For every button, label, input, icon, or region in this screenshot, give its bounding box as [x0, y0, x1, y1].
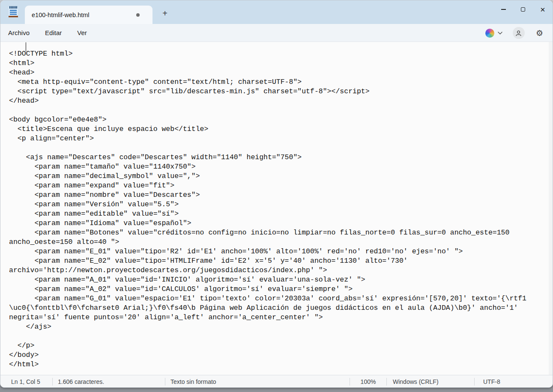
statusbar: Ln 1, Col 5 1.606 caracteres. Texto sin …	[0, 375, 553, 388]
maximize-button[interactable]	[513, 0, 533, 18]
copilot-icon	[485, 29, 494, 38]
minimize-button[interactable]	[493, 0, 513, 18]
code-line[interactable]: \uc0{\fonttbl\f0\fcharset0 Arial;}\f0\fs…	[9, 303, 553, 313]
code-line[interactable]: <script type="text/javascript" src="lib/…	[9, 87, 553, 96]
code-line[interactable]: <param name="A_02" value="id='CALCULOS' …	[9, 285, 553, 294]
code-line[interactable]: <p align="center">	[9, 134, 553, 143]
code-line[interactable]: <param name="decimal_symbol" value=",">	[9, 172, 553, 181]
code-line[interactable]: <param name="tamaño" value="1140x750">	[9, 162, 553, 172]
code-line[interactable]	[9, 106, 553, 115]
code-line[interactable]: <param name="editable" value="sí">	[9, 209, 553, 219]
code-line[interactable]: </p>	[9, 341, 553, 350]
code-line[interactable]: <html>	[9, 59, 553, 68]
copilot-button[interactable]	[483, 27, 505, 39]
code-line[interactable]: <body bgcolor="e0e4e8">	[9, 115, 553, 125]
encoding[interactable]: UTF-8	[475, 378, 500, 385]
new-tab-button[interactable]: +	[158, 8, 171, 19]
titlebar[interactable]: e100-htmlif-web.html + ✕	[0, 0, 553, 24]
maximize-icon	[521, 7, 525, 12]
code-line[interactable]: <ajs name="Descartes" code="Descartes" w…	[9, 153, 553, 162]
code-line[interactable]: </ajs>	[9, 322, 553, 332]
code-line[interactable]: <meta http-equiv="content-type" content=…	[9, 77, 553, 87]
code-line[interactable]: <param name="G_01" value="espacio='E1' t…	[9, 294, 553, 303]
line-ending[interactable]: Windows (CRLF)	[387, 378, 474, 385]
account-button[interactable]	[513, 27, 525, 39]
menu-editar[interactable]: Editar	[37, 26, 69, 40]
code-line[interactable]: </html>	[9, 360, 553, 369]
notepad-window: e100-htmlif-web.html + ✕ Archivo Editar …	[0, 0, 553, 388]
character-count: 1.606 caracteres.	[53, 378, 165, 385]
window-controls: ✕	[493, 0, 553, 18]
zoom-level[interactable]: 100%	[350, 378, 386, 385]
document-format: Texto sin formato	[165, 378, 350, 385]
editor-text: <!DOCTYPE html><html><head> <meta http-e…	[9, 49, 553, 369]
code-line[interactable]: <!DOCTYPE html>	[9, 49, 553, 59]
desktop-backdrop: e100-htmlif-web.html + ✕ Archivo Editar …	[0, 0, 553, 392]
menubar-right: ⚙	[483, 24, 547, 42]
code-line[interactable]: negrita='sí' fuente puntos='20' align='a…	[9, 313, 553, 322]
code-line[interactable]: </body>	[9, 350, 553, 360]
code-line[interactable]: <param name="Botones" value="créditos=no…	[9, 228, 553, 238]
gear-icon: ⚙	[536, 29, 543, 38]
code-line[interactable]	[9, 143, 553, 153]
account-icon	[515, 30, 522, 37]
tab-title: e100-htmlif-web.html	[32, 12, 136, 18]
code-line[interactable]: <head>	[9, 68, 553, 77]
code-line[interactable]: <param name="A_01" value="id='INICIO' al…	[9, 275, 553, 285]
code-line[interactable]: </head>	[9, 96, 553, 106]
code-line[interactable]: <title>Escena que incluye espacio web</t…	[9, 125, 553, 134]
chevron-down-icon	[498, 32, 502, 35]
code-line[interactable]: <param name="Versión" value="5.5">	[9, 200, 553, 209]
text-editor-area[interactable]: <!DOCTYPE html><html><head> <meta http-e…	[0, 42, 553, 375]
code-line[interactable]: <param name="expand" value="fit">	[9, 181, 553, 190]
code-line[interactable]: <param name="Idioma" value="español">	[9, 219, 553, 228]
code-line[interactable]	[9, 332, 553, 341]
code-line[interactable]: ancho_oeste=150 alto=40 ">	[9, 238, 553, 247]
tab-e100-htmlif-web[interactable]: e100-htmlif-web.html	[25, 6, 152, 24]
settings-button[interactable]: ⚙	[532, 28, 547, 38]
close-button[interactable]: ✕	[533, 0, 553, 18]
cursor-position: Ln 1, Col 5	[0, 378, 52, 385]
code-line[interactable]: archivo='http://newton.proyectodescartes…	[9, 266, 553, 275]
menu-ver[interactable]: Ver	[69, 26, 95, 40]
close-icon: ✕	[540, 6, 546, 13]
menubar: Archivo Editar Ver ⚙	[0, 24, 553, 42]
unsaved-changes-dot	[136, 13, 140, 17]
menu-archivo[interactable]: Archivo	[0, 26, 37, 40]
notepad-icon	[8, 6, 18, 18]
code-line[interactable]: <param name="E_02" value="tipo='HTMLIFra…	[9, 256, 553, 266]
vertical-scrollbar[interactable]	[549, 42, 553, 375]
code-line[interactable]: <param name="nombre" value="Descartes">	[9, 190, 553, 200]
minimize-icon	[501, 9, 506, 9]
code-line[interactable]: <param name="E_01" value="tipo='R2' id='…	[9, 247, 553, 256]
